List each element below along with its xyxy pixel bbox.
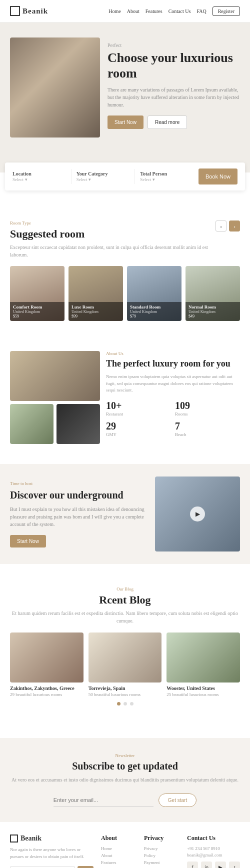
hero-title: Choose your luxurious room	[108, 50, 240, 81]
nav-home[interactable]: Home	[108, 8, 120, 14]
about-label: About Us	[106, 351, 240, 356]
footer-link-about[interactable]: About	[101, 853, 136, 858]
discover-content: Time to host Discover our underground Bu…	[10, 481, 148, 548]
instagram-icon[interactable]: in	[201, 862, 212, 868]
discover-start-button[interactable]: Start Now	[10, 535, 46, 548]
room-card[interactable]: Comfort Room United Kingdom $59	[10, 266, 64, 321]
blog-image-3	[166, 632, 240, 682]
social-icons: f in ▶ t	[187, 862, 240, 868]
prev-arrow[interactable]: ‹	[216, 220, 226, 232]
footer-email-input[interactable]	[10, 866, 75, 868]
category-field: Your Category Select ▾	[76, 171, 130, 182]
nav-contact[interactable]: Contact Us	[168, 8, 191, 14]
room-location-3: United Kingdom	[130, 310, 178, 314]
blog-card-1[interactable]: Zakinthos, Zakynthos, Greece 29 beautifu…	[10, 632, 84, 697]
room-name-4: Normal Room	[188, 304, 237, 310]
nav-links: Home About Features Contact Us FAQ Regis…	[108, 6, 240, 16]
location-select[interactable]: Select	[12, 177, 24, 182]
blog-card-3[interactable]: Wooster, United States 25 beautiful luxu…	[166, 632, 240, 697]
blog-label: Our Blog	[10, 586, 240, 592]
blog-card-2[interactable]: Torrevieja, Spain 50 beautiful luxurious…	[88, 632, 162, 697]
blog-description: Et harum quidem rerum facilis est et exp…	[10, 610, 240, 624]
discover-image: ▶	[155, 476, 240, 552]
nav-about[interactable]: About	[127, 8, 140, 14]
logo-text: Beanik	[22, 7, 48, 16]
hero-image	[10, 38, 100, 138]
footer-contact-title: Contact Us	[187, 834, 240, 842]
register-button[interactable]: Register	[212, 6, 240, 16]
discover-section: Time to host Discover our underground Bu…	[0, 464, 250, 564]
footer-logo-text: Beanik	[20, 834, 42, 842]
navbar: Beanik Home About Features Contact Us FA…	[0, 0, 250, 22]
room-card[interactable]: Standard Room United Kingdom $79	[127, 266, 182, 321]
nav-faq[interactable]: FAQ	[196, 8, 206, 14]
start-now-button[interactable]: Start Now	[108, 116, 144, 129]
blog-location-2: Torrevieja, Spain	[88, 686, 162, 691]
stat-number-4: 7	[175, 420, 240, 432]
footer-email: beanik@gmail.com	[187, 852, 240, 858]
footer-logo-icon	[10, 834, 18, 842]
get-start-button[interactable]: Get start	[158, 794, 196, 807]
stat-label-3: GMY	[106, 432, 171, 437]
stat-number-3: 29	[106, 420, 171, 432]
room-price-3: $79	[130, 314, 178, 318]
dot-3[interactable]	[130, 702, 134, 706]
blog-rooms-2: 50 beautiful luxurious rooms	[88, 692, 162, 697]
person-field: Total Person Select ▾	[140, 171, 194, 182]
suggested-title: Suggested room	[10, 228, 216, 240]
facebook-icon[interactable]: f	[187, 862, 198, 868]
room-price-4: $49	[188, 314, 237, 318]
read-more-button[interactable]: Read more	[148, 116, 187, 129]
category-select[interactable]: Select	[76, 177, 88, 182]
stats-grid: 10+ Restarant 109 Rooms 29 GMY 7 Beach	[106, 400, 240, 437]
room-info-3: Standard Room United Kingdom $79	[127, 302, 182, 321]
youtube-icon[interactable]: ▶	[215, 862, 226, 868]
room-card[interactable]: Luxe Room United Kingdom $99	[68, 266, 123, 321]
subscribe-email-input[interactable]	[54, 794, 154, 806]
discover-title: Discover our underground	[10, 488, 148, 502]
dot-2[interactable]	[124, 702, 127, 706]
hero-text: Perfect Choose your luxurious room There…	[108, 38, 240, 129]
footer-link-policy[interactable]: Policy	[144, 853, 180, 858]
divider-2	[134, 169, 135, 184]
footer-link-home[interactable]: Home	[101, 846, 136, 851]
nav-arrows: ‹ ›	[216, 220, 240, 232]
hero-label: Perfect	[108, 42, 240, 48]
blog-grid: Zakinthos, Zakynthos, Greece 29 beautifu…	[10, 632, 240, 697]
rooms-grid: Comfort Room United Kingdom $59 Luxe Roo…	[10, 266, 240, 321]
location-label: Location	[12, 171, 66, 176]
footer-link-privacy[interactable]: Privacy	[144, 846, 180, 851]
stat-restaurants: 10+ Restarant	[106, 400, 171, 416]
footer: Beanik Nor again is there anyone who lov…	[0, 822, 250, 868]
stat-label-1: Restarant	[106, 412, 171, 416]
stat-number-2: 109	[175, 400, 240, 412]
footer-about-links: Home About Features Business Dream	[101, 846, 136, 868]
discover-label: Time to host	[10, 481, 148, 486]
footer-link-payment[interactable]: Payment	[144, 860, 180, 865]
room-price-2: $99	[72, 314, 120, 318]
next-arrow[interactable]: ›	[229, 220, 240, 232]
footer-contact-column: Contact Us +91 234 567 8910 beanik@gmail…	[187, 834, 240, 868]
blog-section: Our Blog Rcent Blog Et harum quidem reru…	[0, 574, 250, 718]
stat-number-1: 10+	[106, 400, 171, 412]
footer-phone: +91 234 567 8910	[187, 846, 240, 851]
stat-label-2: Rooms	[175, 412, 240, 416]
nav-features[interactable]: Features	[146, 8, 162, 14]
subscribe-description: At vero eos et accusamus et iusto odio d…	[10, 776, 240, 784]
room-name-3: Standard Room	[130, 304, 178, 310]
play-button[interactable]: ▶	[190, 506, 205, 522]
footer-link-features[interactable]: Features	[101, 860, 136, 865]
subscribe-label: Newsletter	[10, 753, 240, 758]
location-field: Location Select ▾	[12, 171, 66, 182]
person-select[interactable]: Select	[140, 177, 151, 182]
twitter-icon[interactable]: t	[229, 862, 240, 868]
about-description: Nemo enim ipsam voluptatem quia voluptas…	[106, 374, 240, 394]
stat-rooms: 109 Rooms	[175, 400, 240, 416]
footer-email-button[interactable]: Sub	[78, 866, 94, 868]
room-name-2: Luxe Room	[72, 304, 120, 310]
dot-1[interactable]	[117, 702, 120, 706]
book-now-button[interactable]: Book Now	[198, 168, 238, 184]
person-label: Total Person	[140, 171, 194, 176]
room-card[interactable]: Normal Room United Kingdom $49	[186, 266, 240, 321]
divider-1	[71, 169, 72, 184]
